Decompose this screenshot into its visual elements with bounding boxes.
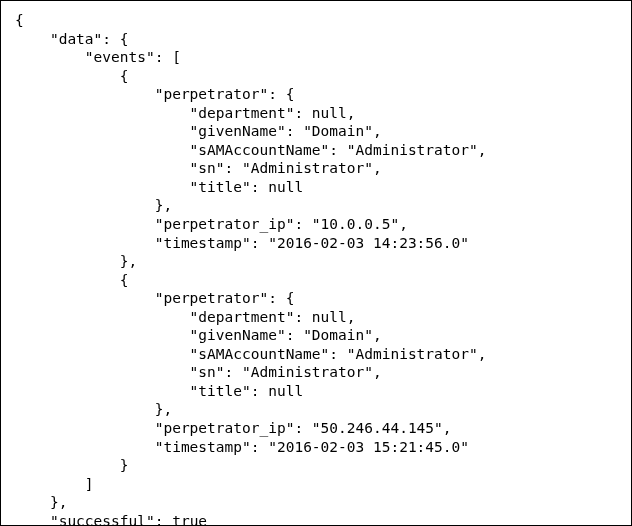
key-perpetrator-ip: perpetrator_ip [163, 216, 285, 232]
key-sn: sn [198, 364, 215, 380]
key-sn: sn [198, 160, 215, 176]
key-perpetrator-ip: perpetrator_ip [163, 420, 285, 436]
key-data: data [59, 31, 94, 47]
key-successful: successful [59, 513, 146, 526]
brace-open: { [15, 12, 24, 28]
value-department-1: null [312, 309, 347, 325]
value-givenName-1: Domain [312, 327, 364, 343]
key-title: title [198, 383, 242, 399]
value-title-1: null [268, 383, 303, 399]
value-successful: true [172, 513, 207, 526]
json-source: { "data": { "events": [ { "perpetrator":… [15, 11, 617, 526]
json-code-block: { "data": { "events": [ { "perpetrator":… [0, 0, 632, 526]
key-givenName: givenName [198, 327, 277, 343]
value-sAMAccountName-0: Administrator [356, 142, 470, 158]
key-perpetrator: perpetrator [163, 86, 259, 102]
key-department: department [198, 105, 285, 121]
key-timestamp: timestamp [163, 235, 242, 251]
value-timestamp-1: 2016-02-03 15:21:45.0 [277, 439, 460, 455]
value-sn-1: Administrator [251, 364, 365, 380]
key-timestamp: timestamp [163, 439, 242, 455]
key-sAMAccountName: sAMAccountName [198, 346, 320, 362]
value-ip-1: 50.246.44.145 [321, 420, 435, 436]
value-sn-0: Administrator [251, 160, 365, 176]
value-department-0: null [312, 105, 347, 121]
key-perpetrator: perpetrator [163, 290, 259, 306]
value-title-0: null [268, 179, 303, 195]
value-timestamp-0: 2016-02-03 14:23:56.0 [277, 235, 460, 251]
key-givenName: givenName [198, 123, 277, 139]
key-events: events [94, 49, 146, 65]
key-department: department [198, 309, 285, 325]
key-title: title [198, 179, 242, 195]
value-ip-0: 10.0.0.5 [321, 216, 391, 232]
key-sAMAccountName: sAMAccountName [198, 142, 320, 158]
value-givenName-0: Domain [312, 123, 364, 139]
value-sAMAccountName-1: Administrator [356, 346, 470, 362]
